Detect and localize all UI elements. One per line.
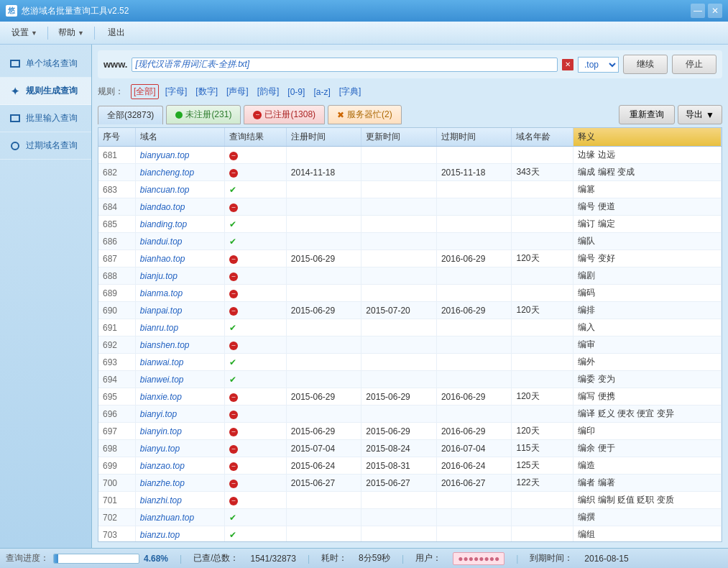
cell-result	[225, 267, 287, 285]
th-domain: 域名	[135, 128, 224, 147]
cell-age: 125天	[512, 457, 573, 475]
help-menu[interactable]: 帮助 ▼	[52, 24, 90, 42]
table-row[interactable]: 702 bianzhuan.top ✔ 编撰	[98, 509, 722, 526]
exit-menu[interactable]: 退出	[99, 24, 134, 42]
cell-seq: 685	[98, 216, 135, 233]
cell-age	[512, 285, 573, 302]
rule-initial[interactable]: [声母]	[224, 85, 251, 99]
cell-expiretime: 2016-06-27	[436, 475, 512, 492]
table-row[interactable]: 685 bianding.top ✔ 编订 编定	[98, 216, 722, 233]
rule-all[interactable]: [全部]	[131, 84, 159, 99]
settings-dropdown-icon: ▼	[31, 29, 37, 37]
cell-meaning: 编剧	[573, 267, 722, 285]
cell-meaning: 编余 便于	[573, 440, 722, 457]
rule-consonant[interactable]: [字母]	[163, 85, 190, 99]
expire-label: 到期时间：	[530, 552, 573, 564]
cell-updatetime: 2015-06-27	[361, 475, 437, 492]
close-button[interactable]: ✕	[708, 4, 722, 18]
cell-age	[512, 198, 573, 216]
cell-seq: 698	[98, 440, 135, 457]
cell-domain: biandao.top	[135, 198, 224, 216]
sidebar-item-rule[interactable]: ✦ 规则生成查询	[0, 78, 91, 105]
rule-digit[interactable]: [数字]	[193, 85, 220, 99]
table-row[interactable]: 700 bianzhe.top 2015-06-27 2015-06-27 20…	[98, 475, 722, 492]
th-seq: 序号	[98, 128, 135, 147]
cell-result	[225, 388, 287, 406]
cell-updatetime: 2015-08-24	[361, 440, 437, 457]
cell-updatetime: 2015-08-31	[361, 457, 437, 475]
table-row[interactable]: 698 bianyu.top 2015-07-04 2015-08-24 201…	[98, 440, 722, 457]
registered-icon	[229, 480, 238, 488]
cell-meaning: 边缘 边远	[573, 147, 722, 164]
table-row[interactable]: 697 bianyin.top 2015-06-29 2015-06-29 20…	[98, 423, 722, 440]
registered-icon	[229, 411, 238, 419]
settings-menu[interactable]: 设置 ▼	[6, 24, 43, 42]
cell-regtime	[286, 526, 361, 542]
free-icon: ✔	[229, 185, 236, 195]
table-row[interactable]: 693 bianwai.top ✔ 编外	[98, 354, 722, 371]
table-row[interactable]: 684 biandao.top 编号 便道	[98, 198, 722, 216]
cell-seq: 703	[98, 526, 135, 542]
search-input[interactable]	[135, 60, 554, 70]
table-row[interactable]: 681 bianyuan.top 边缘 边远	[98, 147, 722, 164]
cell-seq: 690	[98, 302, 135, 319]
table-row[interactable]: 696 bianyi.top 编译 贬义 便衣 便宜 变异	[98, 406, 722, 423]
sidebar-item-rule-label: 规则生成查询	[26, 85, 78, 97]
sidebar-item-expired[interactable]: 过期域名查询	[0, 132, 91, 160]
app-title: 悠游域名批量查询工具v2.52	[22, 5, 129, 17]
cell-regtime	[286, 336, 361, 354]
export-button[interactable]: 导出 ▼	[678, 105, 722, 124]
tld-select[interactable]: .top .com .net	[578, 57, 619, 73]
tab-unregistered[interactable]: 未注册(231)	[166, 105, 241, 124]
cell-domain: bianshen.top	[135, 336, 224, 354]
tab-server-busy-label: 服务器忙(2)	[347, 109, 392, 121]
clear-button[interactable]: ✕	[562, 59, 573, 70]
table-row[interactable]: 688 bianju.top 编剧	[98, 267, 722, 285]
cell-domain: biancheng.top	[135, 164, 224, 181]
cell-domain: bianhao.top	[135, 250, 224, 267]
sidebar-item-batch[interactable]: 批里输入查询	[0, 105, 91, 132]
table-row[interactable]: 703 bianzu.top ✔ 编组	[98, 526, 722, 542]
sidebar-item-single[interactable]: 单个域名查询	[0, 50, 91, 78]
table-row[interactable]: 699 bianzao.top 2015-06-24 2015-08-31 20…	[98, 457, 722, 475]
cell-updatetime	[361, 354, 437, 371]
table-row[interactable]: 690 bianpai.top 2015-06-29 2015-07-20 20…	[98, 302, 722, 319]
table-row[interactable]: 691 bianru.top ✔ 编入	[98, 319, 722, 336]
continue-button[interactable]: 继续	[623, 55, 668, 74]
free-icon: ✔	[229, 375, 236, 385]
requery-button[interactable]: 重新查询	[619, 105, 675, 124]
cell-result: ✔	[225, 509, 287, 526]
rule-rhyme[interactable]: [韵母]	[255, 85, 282, 99]
table-row[interactable]: 695 bianxie.top 2015-06-29 2015-06-29 20…	[98, 388, 722, 406]
cell-expiretime	[436, 509, 512, 526]
rule-az[interactable]: [a-z]	[311, 86, 332, 98]
tab-all[interactable]: 全部(32873)	[98, 106, 163, 124]
cell-updatetime: 2015-06-29	[361, 423, 437, 440]
table-wrapper[interactable]: 序号 域名 查询结果 注册时间 更新时间 过期时间 域名年龄 释义 681 bi…	[98, 128, 722, 541]
table-row[interactable]: 694 bianwei.top ✔ 编委 变为	[98, 371, 722, 388]
rule-digit2[interactable]: [0-9]	[285, 86, 307, 98]
table-row[interactable]: 687 bianhao.top 2015-06-29 2016-06-29 12…	[98, 250, 722, 267]
cell-regtime	[286, 267, 361, 285]
table-row[interactable]: 692 bianshen.top 编审	[98, 336, 722, 354]
cell-regtime: 2015-06-29	[286, 302, 361, 319]
tab-server-busy[interactable]: ✖ 服务器忙(2)	[328, 105, 402, 124]
table-row[interactable]: 701 bianzhi.top 编织 编制 贬值 贬职 变质	[98, 492, 722, 509]
stop-button[interactable]: 停止	[672, 55, 717, 74]
table-row[interactable]: 682 biancheng.top 2014-11-18 2015-11-18 …	[98, 164, 722, 181]
table-row[interactable]: 689 bianma.top 编码	[98, 285, 722, 302]
minimize-button[interactable]: —	[691, 4, 705, 18]
sep1: |	[180, 554, 182, 564]
cell-domain: bianxie.top	[135, 388, 224, 406]
tab-registered[interactable]: 已注册(1308)	[244, 105, 325, 124]
table-row[interactable]: 683 biancuan.top ✔ 编篡	[98, 181, 722, 198]
cell-domain: bianpai.top	[135, 302, 224, 319]
cell-result	[225, 423, 287, 440]
cell-result: ✔	[225, 526, 287, 542]
cell-seq: 701	[98, 492, 135, 509]
table-row[interactable]: 686 biandui.top ✔ 编队	[98, 233, 722, 250]
cell-expiretime	[436, 216, 512, 233]
registered-icon	[229, 307, 238, 316]
cell-age: 122天	[512, 475, 573, 492]
rule-dict[interactable]: [字典]	[337, 85, 364, 99]
